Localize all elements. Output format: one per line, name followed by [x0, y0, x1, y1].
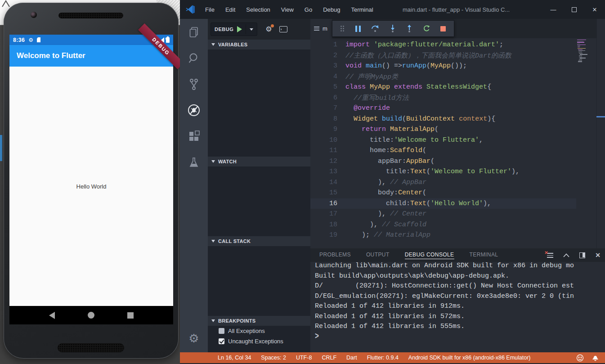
debug-console-output[interactable]: Launching lib\main.dart on Android SDK b… [315, 261, 605, 332]
status-item[interactable]: Dart [346, 355, 357, 361]
restart-icon[interactable] [423, 25, 430, 32]
section-watch[interactable]: WATCH [208, 157, 310, 166]
code-line-12[interactable]: 12 appBar:AppBar( [310, 156, 576, 167]
breakpoint-row[interactable]: All Exceptions [208, 326, 310, 336]
panel-tab-debug-console[interactable]: DEBUG CONSOLE [405, 252, 454, 259]
home-button[interactable] [88, 312, 94, 319]
console-line: Reloaded 1 of 412 libraries in 555ms. [315, 322, 605, 332]
tab-main-dart[interactable]: m [310, 19, 332, 38]
section-label: WATCH [218, 159, 237, 164]
code-line-2[interactable]: 2//主函数（入口函数），下面我会简单说说Dart的函数 [310, 50, 576, 61]
editor-scrollbar[interactable] [596, 19, 605, 248]
step-into-icon[interactable] [390, 25, 396, 32]
status-item[interactable]: Android SDK built for x86 (android-x86 E… [408, 355, 531, 361]
code-line-14[interactable]: 14 ), // AppBar [310, 177, 576, 188]
menu-terminal[interactable]: Terminal [345, 6, 378, 13]
recents-button[interactable] [127, 312, 134, 319]
panel-actions: ✕ ✕ [547, 248, 601, 262]
panel-tab-output[interactable]: OUTPUT [366, 252, 390, 259]
toolbar-drag-handle[interactable] [340, 25, 345, 32]
breakpoints-body: All ExceptionsUncaught Exceptions [208, 326, 310, 352]
start-debug-icon[interactable] [237, 26, 242, 32]
bottom-panel: PROBLEMSOUTPUTDEBUG CONSOLETERMINAL ✕ ✕ … [310, 248, 605, 352]
minimize-button[interactable]: — [543, 0, 564, 19]
panel-tab-terminal[interactable]: TERMINAL [470, 252, 498, 259]
status-item[interactable]: Spaces: 2 [261, 355, 286, 361]
maximize-button[interactable] [564, 0, 584, 19]
status-item[interactable]: CRLF [322, 355, 336, 361]
section-call-stack[interactable]: CALL STACK [208, 236, 310, 246]
open-debug-console-icon[interactable]: › [279, 26, 287, 32]
status-item[interactable]: Flutter: 0.9.4 [367, 355, 399, 361]
close-button[interactable]: ✕ [584, 0, 605, 19]
code-line-4[interactable]: 4// 声明MyApp类 [310, 72, 576, 82]
sdcard-icon [37, 37, 40, 42]
section-label: BREAKPOINTS [218, 318, 255, 324]
section-label: CALL STACK [218, 238, 251, 244]
code-line-19[interactable]: 19 ); // MaterialApp [310, 230, 576, 241]
code-area[interactable]: 1import 'package:flutter/material.dart';… [310, 40, 576, 241]
code-line-18[interactable]: 18 ), // Scaffold [310, 220, 576, 230]
extensions-icon[interactable] [180, 123, 208, 149]
pause-icon[interactable] [355, 26, 361, 32]
collapse-icon [211, 240, 215, 243]
search-icon[interactable] [180, 45, 208, 71]
back-button[interactable] [49, 312, 55, 319]
clear-console-icon[interactable]: ✕ [547, 253, 553, 258]
menu-selection[interactable]: Selection [241, 6, 275, 13]
code-line-8[interactable]: 8 Widget build(BuildContext context){ [310, 114, 576, 125]
menu-file[interactable]: File [200, 6, 220, 13]
step-over-icon[interactable] [371, 25, 379, 32]
checkbox-checked[interactable] [219, 338, 224, 344]
launch-config-dropdown-icon[interactable] [250, 28, 253, 31]
feedback-smiley-icon[interactable] [576, 354, 584, 362]
code-line-13[interactable]: 13 title:Text('Welcome to Flutter'), [310, 166, 576, 177]
variables-body [208, 49, 310, 157]
close-panel-icon[interactable]: ✕ [595, 252, 601, 258]
code-line-9[interactable]: 9 return MaterialApp( [310, 124, 576, 135]
menu-go[interactable]: Go [299, 6, 318, 13]
code-line-3[interactable]: 3void main() =>runApp(MyApp()); [310, 61, 576, 72]
code-line-6[interactable]: 6 //重写build方法 [310, 93, 576, 103]
status-item[interactable]: UTF-8 [296, 355, 312, 361]
checkbox-unchecked[interactable] [219, 328, 224, 334]
console-input-prompt[interactable]: > [315, 332, 319, 342]
status-item[interactable]: Ln 16, Col 34 [218, 355, 251, 361]
code-line-15[interactable]: 15 body:Center( [310, 188, 576, 198]
tab-label-fragment: m [323, 25, 327, 32]
explorer-icon[interactable] [180, 19, 208, 45]
step-out-icon[interactable] [406, 25, 412, 32]
menu-debug[interactable]: Debug [318, 6, 345, 13]
console-line: D/EGL_emulation(20271): eglMakeCurrent: … [315, 292, 605, 302]
menu-view[interactable]: View [276, 6, 299, 13]
minimap[interactable] [576, 40, 596, 248]
notifications-bell-icon[interactable] [592, 354, 599, 361]
code-line-11[interactable]: 11 home:Scaffold( [310, 145, 576, 156]
section-breakpoints[interactable]: BREAKPOINTS [208, 316, 310, 326]
split-panel-icon[interactable] [579, 252, 585, 258]
menu-edit[interactable]: Edit [220, 6, 241, 13]
breakpoint-row[interactable]: Uncaught Exceptions [208, 336, 310, 346]
settings-gear-icon[interactable]: ⚙ [188, 333, 199, 344]
code-line-7[interactable]: 7 @override [310, 103, 576, 114]
stop-icon[interactable] [440, 26, 446, 31]
breakpoint-label: Uncaught Exceptions [228, 338, 283, 345]
window-controls: — ✕ [543, 0, 605, 19]
debug-sidebar-header: DEBUG ⚙ › [208, 19, 310, 40]
source-control-icon[interactable] [180, 71, 208, 97]
panel-tab-problems[interactable]: PROBLEMS [319, 252, 351, 259]
maximize-panel-icon[interactable] [563, 253, 569, 257]
code-line-10[interactable]: 10 title:'Welcome to Fluttera', [310, 135, 576, 146]
battery-icon [166, 37, 170, 43]
launch-config-control[interactable]: DEBUG [211, 22, 257, 36]
code-line-17[interactable]: 17 ), // Center [310, 209, 576, 220]
code-line-16[interactable]: 16 child:Text('Hello World'), [310, 198, 576, 209]
debug-settings-gear-icon[interactable]: ⚙ [265, 26, 272, 33]
test-beaker-icon[interactable] [180, 149, 208, 175]
section-variables[interactable]: VARIABLES [208, 40, 310, 49]
emulator-screen: 8:36 ⚙ x Welcome to Flutter Hello World [9, 35, 173, 324]
code-line-1[interactable]: 1import 'package:flutter/material.dart'; [310, 40, 576, 50]
code-line-5[interactable]: 5class MyApp extends StatelessWidget{ [310, 82, 576, 93]
collapse-icon [211, 43, 215, 46]
debug-icon-active[interactable] [180, 97, 208, 123]
